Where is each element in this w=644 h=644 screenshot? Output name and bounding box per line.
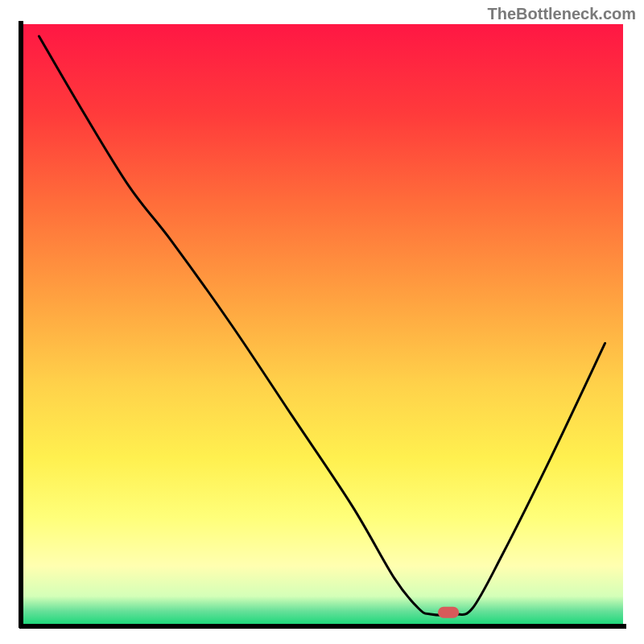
chart-marker: [438, 607, 459, 618]
chart-background: [21, 24, 623, 626]
bottleneck-chart: [0, 0, 644, 644]
attribution-label: TheBottleneck.com: [488, 5, 636, 23]
